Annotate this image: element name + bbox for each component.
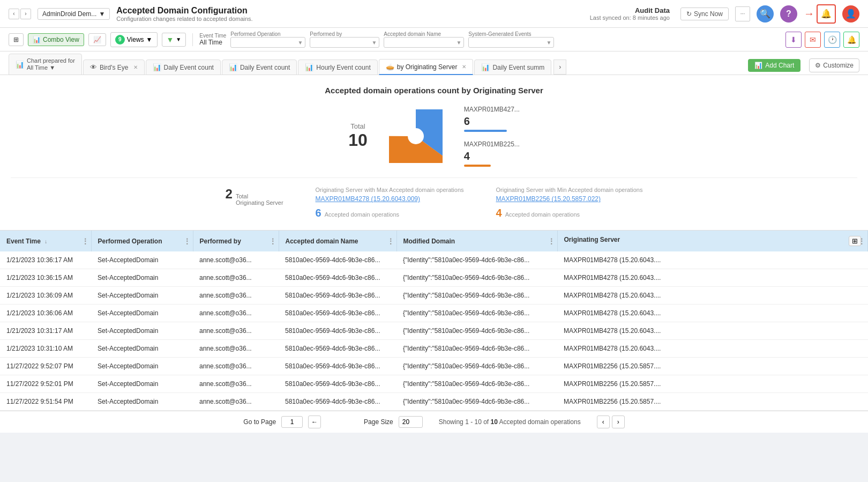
cell-orig-server: MAXPR01MB4278 (15.20.6043.... xyxy=(557,340,868,358)
views-badge: 9 xyxy=(115,35,125,45)
prev-page-button[interactable]: ‹ xyxy=(597,416,610,428)
col-accepted-domain-label: Accepted domain Name xyxy=(286,238,358,245)
col-performed-by-menu-icon[interactable]: ⋮ xyxy=(269,237,276,246)
accepted-domain-select[interactable]: ▼ xyxy=(384,37,464,48)
page-nav-button[interactable]: ← xyxy=(308,416,321,428)
filter-more-icon: ▼ xyxy=(176,36,181,42)
system-events-chevron-icon: ▼ xyxy=(546,40,551,46)
page-size-input[interactable] xyxy=(399,416,423,428)
go-to-page-label: Go to Page xyxy=(243,418,276,426)
chart-tab-daily-1[interactable]: 📊 Daily Event count xyxy=(146,60,221,75)
cell-performed-op: Set-AcceptedDomain xyxy=(91,287,193,305)
help-button[interactable]: ? xyxy=(780,5,797,23)
server2-name: MAXPR01MB225... xyxy=(464,140,520,148)
daily1-chart-icon: 📊 xyxy=(153,63,161,71)
cell-performed-by: anne.scott@o36... xyxy=(193,358,279,375)
col-performed-op-menu-icon[interactable]: ⋮ xyxy=(183,237,191,246)
audit-sync-text: Last synced on: 8 minutes ago xyxy=(590,14,670,21)
user-button[interactable]: 👤 xyxy=(842,5,859,23)
user-icon: 👤 xyxy=(845,9,856,19)
performed-op-select[interactable]: ▼ xyxy=(230,37,305,48)
cell-performed-by: anne.scott@o36... xyxy=(193,375,279,393)
table-header-row: Event Time ↓ ⋮ Performed Operation ⋮ Per… xyxy=(0,231,868,251)
nav-back-button[interactable]: ‹ xyxy=(9,9,19,19)
breadcrumb-dropdown[interactable]: AdminDroid Dem... ▼ xyxy=(38,8,110,20)
col-orig-server[interactable]: Originating Server ⋮ ⊞ xyxy=(557,231,868,251)
col-orig-server-menu-icon[interactable]: ⋮ xyxy=(858,237,865,246)
stat-min-link[interactable]: MAXPR01MB2256 (15.20.5857.022) xyxy=(496,195,643,203)
event-time-filter: Event Time All Time xyxy=(199,33,226,46)
chart-tab-prepared-time[interactable]: 📊 Chart prepared forAll Time ▼ xyxy=(9,54,82,75)
schedule-button[interactable]: 🕐 xyxy=(824,32,840,48)
audit-data-label: Audit Data xyxy=(590,6,670,14)
cell-accepted-domain: 5810a0ec-9569-4dc6-9b3e-c86... xyxy=(279,358,396,375)
col-event-time-menu-icon[interactable]: ⋮ xyxy=(81,237,89,246)
cell-orig-server: MAXPR01MB2256 (15.20.5857.... xyxy=(557,393,868,411)
combo-view-button[interactable]: 📊 Combo View xyxy=(28,33,84,46)
stat-min-sub: Accepted domain operations xyxy=(505,211,580,218)
customize-label: Customize xyxy=(823,62,854,69)
bell-button[interactable]: 🔔 xyxy=(817,4,836,24)
table-row: 1/21/2023 10:36:17 AM Set-AcceptedDomain… xyxy=(0,251,868,269)
server1-name: MAXPR01MB427... xyxy=(464,106,520,113)
chart-tab-hourly[interactable]: 📊 Hourly Event count xyxy=(298,60,377,75)
mail-button[interactable]: ✉ xyxy=(805,32,821,48)
stat-max-link[interactable]: MAXPR01MB4278 (15.20.6043.009) xyxy=(316,195,464,203)
table-row: 1/21/2023 10:31:17 AM Set-AcceptedDomain… xyxy=(0,322,868,340)
pagination-nav-arrows: ‹ › xyxy=(597,416,625,428)
cell-accepted-domain: 5810a0ec-9569-4dc6-9b3e-c86... xyxy=(279,251,396,269)
cell-modified-domain: {"Identity":"5810a0ec-9569-4dc6-9b3e-c86… xyxy=(396,251,557,269)
system-events-select[interactable]: ▼ xyxy=(468,37,554,48)
originating-close-icon[interactable]: ✕ xyxy=(462,64,466,70)
nav-forward-button[interactable]: › xyxy=(20,9,31,19)
chart-tab-label: Chart prepared forAll Time ▼ xyxy=(27,57,75,71)
chart-only-button[interactable]: 📈 xyxy=(88,33,106,46)
daily2-chart-icon: 📊 xyxy=(229,63,237,71)
originating-pie-icon: 🥧 xyxy=(386,63,394,71)
tab-nav-next-button[interactable]: › xyxy=(553,60,566,75)
total-records-count: 10 xyxy=(491,418,498,426)
col-modified-domain-menu-icon[interactable]: ⋮ xyxy=(548,237,555,246)
cell-orig-server: MAXPR01MB4278 (15.20.6043.... xyxy=(557,305,868,322)
search-button[interactable]: 🔍 xyxy=(757,5,774,23)
col-performed-by[interactable]: Performed by ⋮ xyxy=(193,231,279,251)
cell-modified-domain: {"Identity":"5810a0ec-9569-4dc6-9b3e-c86… xyxy=(396,340,557,358)
chart-tab-daily-2[interactable]: 📊 Daily Event count xyxy=(222,60,297,75)
event-time-value[interactable]: All Time xyxy=(199,39,226,46)
svg-point-2 xyxy=(408,128,424,144)
col-accepted-domain-menu-icon[interactable]: ⋮ xyxy=(387,237,394,246)
download-icon: ⬇ xyxy=(790,35,797,44)
customize-button[interactable]: ⚙ Customize xyxy=(809,58,859,72)
cell-performed-by: anne.scott@o36... xyxy=(193,340,279,358)
col-event-time[interactable]: Event Time ↓ ⋮ xyxy=(0,231,91,251)
chart-tab-daily-summ[interactable]: 📊 Daily Event summ xyxy=(474,60,551,75)
total-count-box: Total 10 xyxy=(348,122,368,150)
filter-button[interactable]: ▼ ▼ xyxy=(162,33,186,47)
chart-tab-originating-label: by Originating Server xyxy=(397,63,458,71)
action-icons: ⬇ ✉ 🕐 🔔 xyxy=(785,32,859,48)
table-icon: ⊞ xyxy=(13,36,19,43)
col-modified-domain[interactable]: Modified Domain ⋮ xyxy=(396,231,557,251)
pie-chart xyxy=(389,109,443,163)
page-size-label: Page Size xyxy=(364,418,393,426)
col-performed-op[interactable]: Performed Operation ⋮ xyxy=(91,231,193,251)
table-view-button[interactable]: ⊞ xyxy=(9,33,24,46)
cell-performed-op: Set-AcceptedDomain xyxy=(91,269,193,287)
table-row: 1/21/2023 10:36:09 AM Set-AcceptedDomain… xyxy=(0,287,868,305)
more-options-button[interactable]: ··· xyxy=(735,6,750,21)
download-button[interactable]: ⬇ xyxy=(785,32,802,48)
next-page-button[interactable]: › xyxy=(612,416,625,428)
performed-op-label: Performed Operation xyxy=(230,31,305,37)
col-accepted-domain[interactable]: Accepted domain Name ⋮ xyxy=(279,231,396,251)
stat-max-label: Originating Server with Max Accepted dom… xyxy=(316,187,464,193)
performed-by-select[interactable]: ▼ xyxy=(310,37,379,48)
performed-by-label: Performed by xyxy=(310,31,379,37)
chart-tab-birds-eye[interactable]: 👁 Bird's Eye ✕ xyxy=(83,60,145,75)
add-chart-button[interactable]: 📊 Add Chart xyxy=(748,59,800,72)
chart-tab-originating-server[interactable]: 🥧 by Originating Server ✕ xyxy=(379,59,474,75)
views-button[interactable]: 9 Views ▼ xyxy=(110,32,158,47)
page-number-input[interactable] xyxy=(281,416,303,428)
system-events-filter: System-Generated Events ▼ xyxy=(468,31,554,48)
sync-now-button[interactable]: ↻ Sync Now xyxy=(680,8,729,20)
alert-bell-button[interactable]: 🔔 xyxy=(843,32,859,48)
